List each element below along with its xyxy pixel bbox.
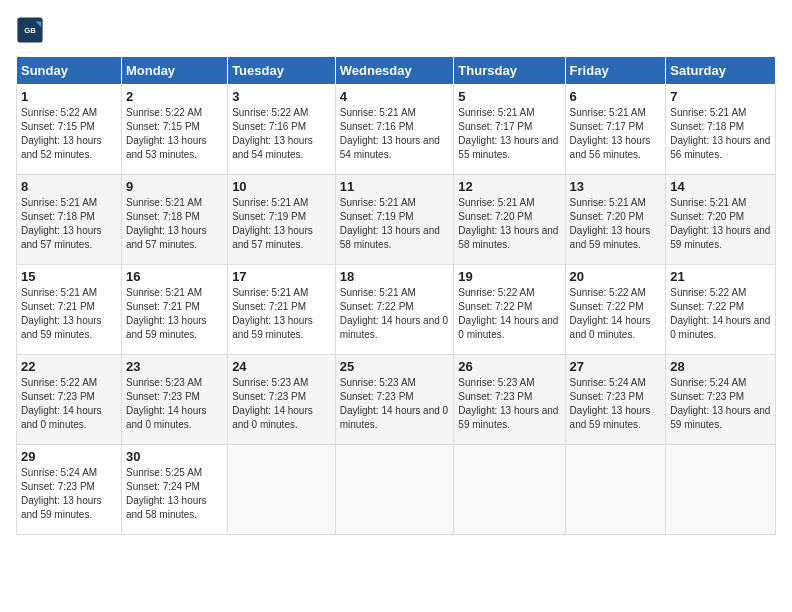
day-info: Sunrise: 5:24 AMSunset: 7:23 PMDaylight:… (570, 376, 662, 432)
day-info: Sunrise: 5:21 AMSunset: 7:19 PMDaylight:… (232, 196, 331, 252)
calendar-cell: 28 Sunrise: 5:24 AMSunset: 7:23 PMDaylig… (666, 355, 776, 445)
day-number: 9 (126, 179, 223, 194)
day-info: Sunrise: 5:21 AMSunset: 7:16 PMDaylight:… (340, 106, 450, 162)
calendar-cell: 24 Sunrise: 5:23 AMSunset: 7:23 PMDaylig… (228, 355, 336, 445)
calendar-table: SundayMondayTuesdayWednesdayThursdayFrid… (16, 56, 776, 535)
calendar-cell: 18 Sunrise: 5:21 AMSunset: 7:22 PMDaylig… (335, 265, 454, 355)
calendar-cell: 14 Sunrise: 5:21 AMSunset: 7:20 PMDaylig… (666, 175, 776, 265)
day-number: 3 (232, 89, 331, 104)
day-info: Sunrise: 5:21 AMSunset: 7:17 PMDaylight:… (458, 106, 560, 162)
day-info: Sunrise: 5:22 AMSunset: 7:15 PMDaylight:… (126, 106, 223, 162)
day-number: 30 (126, 449, 223, 464)
calendar-cell: 16 Sunrise: 5:21 AMSunset: 7:21 PMDaylig… (121, 265, 227, 355)
day-number: 12 (458, 179, 560, 194)
calendar-cell: 30 Sunrise: 5:25 AMSunset: 7:24 PMDaylig… (121, 445, 227, 535)
calendar-cell: 9 Sunrise: 5:21 AMSunset: 7:18 PMDayligh… (121, 175, 227, 265)
day-number: 14 (670, 179, 771, 194)
calendar-cell: 5 Sunrise: 5:21 AMSunset: 7:17 PMDayligh… (454, 85, 565, 175)
day-info: Sunrise: 5:21 AMSunset: 7:21 PMDaylight:… (232, 286, 331, 342)
col-header-friday: Friday (565, 57, 666, 85)
day-info: Sunrise: 5:21 AMSunset: 7:19 PMDaylight:… (340, 196, 450, 252)
calendar-cell: 4 Sunrise: 5:21 AMSunset: 7:16 PMDayligh… (335, 85, 454, 175)
col-header-wednesday: Wednesday (335, 57, 454, 85)
day-number: 20 (570, 269, 662, 284)
calendar-cell: 13 Sunrise: 5:21 AMSunset: 7:20 PMDaylig… (565, 175, 666, 265)
page-header: GB (16, 16, 776, 44)
calendar-cell: 6 Sunrise: 5:21 AMSunset: 7:17 PMDayligh… (565, 85, 666, 175)
calendar-cell: 20 Sunrise: 5:22 AMSunset: 7:22 PMDaylig… (565, 265, 666, 355)
calendar-cell: 19 Sunrise: 5:22 AMSunset: 7:22 PMDaylig… (454, 265, 565, 355)
day-info: Sunrise: 5:21 AMSunset: 7:18 PMDaylight:… (126, 196, 223, 252)
calendar-header-row: SundayMondayTuesdayWednesdayThursdayFrid… (17, 57, 776, 85)
calendar-cell: 10 Sunrise: 5:21 AMSunset: 7:19 PMDaylig… (228, 175, 336, 265)
day-info: Sunrise: 5:22 AMSunset: 7:23 PMDaylight:… (21, 376, 117, 432)
calendar-cell: 21 Sunrise: 5:22 AMSunset: 7:22 PMDaylig… (666, 265, 776, 355)
day-info: Sunrise: 5:22 AMSunset: 7:22 PMDaylight:… (458, 286, 560, 342)
day-number: 15 (21, 269, 117, 284)
logo-icon: GB (16, 16, 44, 44)
day-number: 1 (21, 89, 117, 104)
day-info: Sunrise: 5:21 AMSunset: 7:17 PMDaylight:… (570, 106, 662, 162)
day-info: Sunrise: 5:22 AMSunset: 7:15 PMDaylight:… (21, 106, 117, 162)
day-info: Sunrise: 5:21 AMSunset: 7:21 PMDaylight:… (126, 286, 223, 342)
calendar-cell (335, 445, 454, 535)
day-info: Sunrise: 5:22 AMSunset: 7:22 PMDaylight:… (570, 286, 662, 342)
logo: GB (16, 16, 48, 44)
day-number: 29 (21, 449, 117, 464)
day-number: 28 (670, 359, 771, 374)
calendar-cell (565, 445, 666, 535)
day-number: 16 (126, 269, 223, 284)
day-info: Sunrise: 5:21 AMSunset: 7:18 PMDaylight:… (21, 196, 117, 252)
calendar-cell: 17 Sunrise: 5:21 AMSunset: 7:21 PMDaylig… (228, 265, 336, 355)
calendar-week-2: 8 Sunrise: 5:21 AMSunset: 7:18 PMDayligh… (17, 175, 776, 265)
day-info: Sunrise: 5:23 AMSunset: 7:23 PMDaylight:… (232, 376, 331, 432)
calendar-cell (666, 445, 776, 535)
day-info: Sunrise: 5:21 AMSunset: 7:21 PMDaylight:… (21, 286, 117, 342)
calendar-cell: 25 Sunrise: 5:23 AMSunset: 7:23 PMDaylig… (335, 355, 454, 445)
calendar-cell: 1 Sunrise: 5:22 AMSunset: 7:15 PMDayligh… (17, 85, 122, 175)
calendar-cell: 11 Sunrise: 5:21 AMSunset: 7:19 PMDaylig… (335, 175, 454, 265)
day-number: 18 (340, 269, 450, 284)
day-info: Sunrise: 5:21 AMSunset: 7:20 PMDaylight:… (570, 196, 662, 252)
calendar-cell: 15 Sunrise: 5:21 AMSunset: 7:21 PMDaylig… (17, 265, 122, 355)
col-header-saturday: Saturday (666, 57, 776, 85)
day-info: Sunrise: 5:21 AMSunset: 7:18 PMDaylight:… (670, 106, 771, 162)
col-header-monday: Monday (121, 57, 227, 85)
col-header-thursday: Thursday (454, 57, 565, 85)
calendar-cell: 12 Sunrise: 5:21 AMSunset: 7:20 PMDaylig… (454, 175, 565, 265)
calendar-cell: 22 Sunrise: 5:22 AMSunset: 7:23 PMDaylig… (17, 355, 122, 445)
col-header-tuesday: Tuesday (228, 57, 336, 85)
day-info: Sunrise: 5:24 AMSunset: 7:23 PMDaylight:… (670, 376, 771, 432)
day-info: Sunrise: 5:21 AMSunset: 7:22 PMDaylight:… (340, 286, 450, 342)
day-number: 26 (458, 359, 560, 374)
calendar-cell: 23 Sunrise: 5:23 AMSunset: 7:23 PMDaylig… (121, 355, 227, 445)
calendar-cell: 27 Sunrise: 5:24 AMSunset: 7:23 PMDaylig… (565, 355, 666, 445)
day-number: 5 (458, 89, 560, 104)
day-info: Sunrise: 5:21 AMSunset: 7:20 PMDaylight:… (458, 196, 560, 252)
day-info: Sunrise: 5:22 AMSunset: 7:22 PMDaylight:… (670, 286, 771, 342)
calendar-cell (454, 445, 565, 535)
calendar-cell: 2 Sunrise: 5:22 AMSunset: 7:15 PMDayligh… (121, 85, 227, 175)
day-number: 7 (670, 89, 771, 104)
day-info: Sunrise: 5:23 AMSunset: 7:23 PMDaylight:… (458, 376, 560, 432)
day-number: 4 (340, 89, 450, 104)
svg-text:GB: GB (24, 26, 36, 35)
day-number: 19 (458, 269, 560, 284)
day-number: 25 (340, 359, 450, 374)
calendar-cell: 3 Sunrise: 5:22 AMSunset: 7:16 PMDayligh… (228, 85, 336, 175)
day-info: Sunrise: 5:21 AMSunset: 7:20 PMDaylight:… (670, 196, 771, 252)
calendar-week-3: 15 Sunrise: 5:21 AMSunset: 7:21 PMDaylig… (17, 265, 776, 355)
day-info: Sunrise: 5:23 AMSunset: 7:23 PMDaylight:… (340, 376, 450, 432)
day-info: Sunrise: 5:23 AMSunset: 7:23 PMDaylight:… (126, 376, 223, 432)
day-number: 17 (232, 269, 331, 284)
col-header-sunday: Sunday (17, 57, 122, 85)
day-number: 22 (21, 359, 117, 374)
day-number: 8 (21, 179, 117, 194)
day-number: 6 (570, 89, 662, 104)
calendar-cell: 29 Sunrise: 5:24 AMSunset: 7:23 PMDaylig… (17, 445, 122, 535)
calendar-cell: 8 Sunrise: 5:21 AMSunset: 7:18 PMDayligh… (17, 175, 122, 265)
day-number: 24 (232, 359, 331, 374)
day-info: Sunrise: 5:22 AMSunset: 7:16 PMDaylight:… (232, 106, 331, 162)
day-info: Sunrise: 5:25 AMSunset: 7:24 PMDaylight:… (126, 466, 223, 522)
calendar-cell: 7 Sunrise: 5:21 AMSunset: 7:18 PMDayligh… (666, 85, 776, 175)
